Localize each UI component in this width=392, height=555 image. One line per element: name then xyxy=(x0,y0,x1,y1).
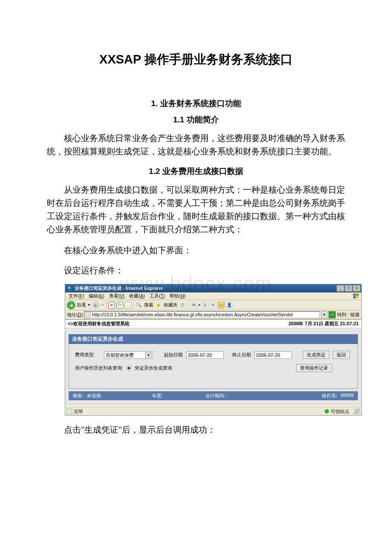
history-query-label: 用户操作历史列表查询: xyxy=(75,365,123,371)
toolbar: ◄ 后退 ▼ ► ▼ ✕ ⟳ ⌂ 🔍 搜索 ★ 收藏夹 ⏱ ✉ ▾ ⎙ ✎ ▭ … xyxy=(65,300,361,310)
async-query-radio-label: 凭证异步生成查询 xyxy=(135,365,172,371)
fee-type-label: 费用类型 xyxy=(75,352,101,358)
forward-button[interactable]: ► xyxy=(92,301,100,309)
trusted-site-text: 可信站点 xyxy=(331,408,349,415)
window-title: 业务接口凭证异步生成 - Internet Explorer xyxy=(75,285,163,292)
year-label: 年度: xyxy=(152,393,163,399)
status-row: 账套: 未选择 年度: 会计期间: 操作员: 88888 xyxy=(69,391,358,400)
favorites-icon[interactable]: ★ xyxy=(155,301,162,309)
form-panel: 费用类型 首期暂收保费 起始日期 2006-07-20 终止日期 2006-07… xyxy=(69,344,358,389)
fee-type-select[interactable]: 首期暂收保费 xyxy=(104,351,153,359)
page-content: <>欢迎使用财务信息管理系统 2006年 7月 21日 星期五 21:07:21… xyxy=(65,319,361,404)
go-button[interactable]: → xyxy=(329,311,336,318)
paragraph-1-1: 核心业务系统日常业务会产生业务费用，这些费用要及时准确的导入财务系统，按照核算规… xyxy=(47,132,345,158)
status-page-icon: e xyxy=(67,409,72,414)
operator-value: 88888 xyxy=(340,393,354,399)
windows-logo-icon xyxy=(353,293,360,299)
search-icon[interactable]: 🔍 xyxy=(135,301,143,309)
generate-voucher-button[interactable]: 生成凭证 xyxy=(303,351,329,359)
stop-button[interactable]: ✕ xyxy=(108,302,115,309)
embedded-screenshot: 业务接口凭证异步生成 - Internet Explorer _ □ × 文件(… xyxy=(65,284,362,416)
address-input[interactable]: e http://10.0.1.5/life/servlet/com.ebao.… xyxy=(84,311,320,318)
query-records-button[interactable]: 查询操作记录 xyxy=(296,364,332,372)
book-label: 账套: xyxy=(73,393,84,399)
back-button[interactable]: ◄ xyxy=(67,301,75,309)
panel-title: 业务接口凭证异步生成 xyxy=(69,334,358,344)
history-icon[interactable]: ⏱ xyxy=(179,301,187,309)
operator-label: 操作员: xyxy=(322,393,337,399)
paragraph-1-2-c: 设定运行条件： xyxy=(47,264,345,277)
menubar: 文件(F) 编辑(E) 查看(V) 收藏(A) 工具(T) 帮助(H) xyxy=(65,292,361,300)
period-label: 会计期间: xyxy=(205,393,225,399)
messenger-icon[interactable]: 👤 xyxy=(226,302,233,309)
search-label[interactable]: 搜索 xyxy=(144,302,153,308)
section-heading: 1. 业务财务系统接口功能 xyxy=(47,98,345,109)
window-titlebar: 业务接口凭证异步生成 - Internet Explorer _ □ × xyxy=(65,284,361,292)
welcome-bar: <>欢迎使用财务信息管理系统 2006年 7月 21日 星期五 21:07:21 xyxy=(65,320,361,328)
mail-icon[interactable]: ✉ xyxy=(190,302,197,309)
welcome-text: <>欢迎使用财务信息管理系统 xyxy=(68,321,130,327)
end-date-label: 终止日期 xyxy=(232,352,251,358)
paragraph-1-2-d: 点击"生成凭证"后，显示后台调用成功： xyxy=(47,423,345,436)
resize-grip-icon[interactable] xyxy=(354,408,360,414)
paragraph-1-2-a: 从业务费用生成接口数据，可以采取两种方式：一种是核心业务系统每日定时在后台运行程… xyxy=(47,183,345,236)
maximize-button[interactable]: □ xyxy=(345,285,352,292)
minimize-button[interactable]: _ xyxy=(337,285,344,292)
status-done-text: 完毕 xyxy=(74,408,83,415)
start-date-input[interactable]: 2006-07-20 xyxy=(186,351,224,359)
refresh-button[interactable]: ⟳ xyxy=(116,302,123,309)
book-value: 未选择 xyxy=(87,393,101,399)
address-label: 地址(D) xyxy=(67,312,83,318)
close-button[interactable]: × xyxy=(353,285,360,292)
address-dropdown[interactable]: ▼ xyxy=(321,311,327,318)
back-label[interactable]: 后退 xyxy=(77,302,86,308)
page-icon: e xyxy=(86,312,91,317)
go-label[interactable]: 转到 xyxy=(337,312,346,318)
back-button-form[interactable]: 返回 xyxy=(333,351,350,359)
menu-view[interactable]: 查看(V) xyxy=(107,293,127,299)
paragraph-1-2-b: 在核心业务系统中进入如下界面： xyxy=(47,244,345,257)
address-bar: 地址(D) e http://10.0.1.5/life/servlet/com… xyxy=(65,310,361,319)
subsection-1-2-heading: 1.2 业务费用生成接口数据 xyxy=(47,166,345,177)
browser-statusbar: e 完毕 可信站点 xyxy=(65,407,361,415)
menu-help[interactable]: 帮助(H) xyxy=(168,293,187,299)
menu-favorites[interactable]: 收藏(A) xyxy=(127,293,147,299)
menu-tools[interactable]: 工具(T) xyxy=(148,293,167,299)
home-button[interactable]: ⌂ xyxy=(124,302,131,309)
subsection-1-1-heading: 1.1 功能简介 xyxy=(47,114,345,125)
document-title: XXSAP 操作手册业务财务系统接口 xyxy=(47,51,345,68)
print-icon[interactable]: ⎙ xyxy=(202,302,208,309)
start-date-label: 起始日期 xyxy=(164,352,183,358)
end-date-input[interactable]: 2006-07-20 xyxy=(254,351,292,359)
address-url: http://10.0.1.5/life/servlet/com.ebao.li… xyxy=(92,312,293,317)
folder-icon[interactable]: ▭ xyxy=(218,302,225,309)
menu-file[interactable]: 文件(F) xyxy=(67,293,86,299)
menu-edit[interactable]: 编辑(E) xyxy=(87,293,106,299)
edit-icon[interactable]: ✎ xyxy=(210,302,216,309)
ie-icon xyxy=(67,286,73,292)
datetime-text: 2006年 7月 21日 星期五 21:07:21 xyxy=(288,321,359,327)
favorites-label[interactable]: 收藏夹 xyxy=(164,302,178,308)
async-query-radio[interactable] xyxy=(127,366,131,370)
trusted-site-icon xyxy=(325,409,329,413)
links-label[interactable]: 链接 xyxy=(350,312,360,318)
